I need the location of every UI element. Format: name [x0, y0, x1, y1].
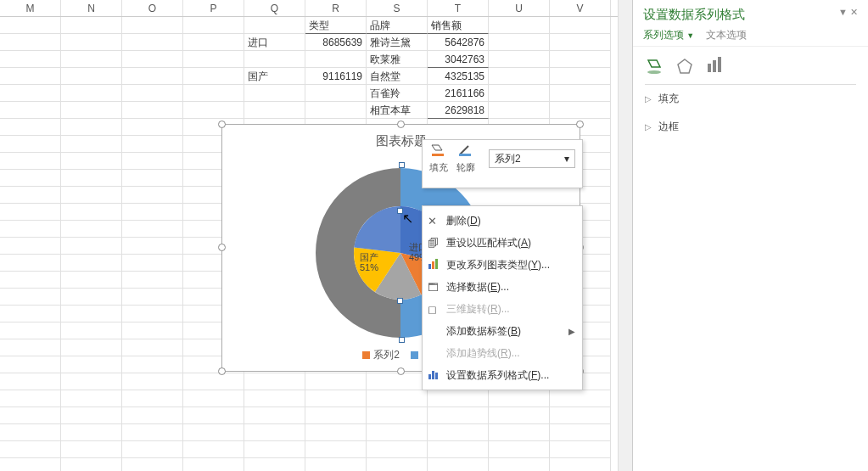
cell[interactable]	[244, 17, 305, 34]
cell[interactable]	[61, 68, 122, 85]
cell[interactable]	[0, 356, 61, 373]
cell[interactable]	[61, 221, 122, 238]
cell[interactable]	[489, 51, 550, 68]
cell[interactable]	[244, 102, 305, 119]
section-fill[interactable]: ▷填充	[633, 85, 868, 113]
cell[interactable]	[183, 34, 244, 51]
cell[interactable]	[0, 390, 61, 407]
col-header[interactable]: M	[0, 0, 61, 16]
cell[interactable]	[0, 458, 61, 471]
cell[interactable]	[305, 102, 367, 119]
cell[interactable]	[550, 102, 611, 119]
cell[interactable]	[367, 424, 428, 441]
cell[interactable]	[122, 339, 183, 356]
cell[interactable]	[61, 306, 122, 322]
cell[interactable]	[0, 221, 61, 238]
cell[interactable]	[122, 119, 183, 136]
cell[interactable]	[61, 255, 122, 272]
data-cell[interactable]: 5642876	[428, 34, 489, 51]
data-cell[interactable]: 类型	[305, 17, 367, 34]
cell[interactable]	[61, 85, 122, 102]
cell[interactable]	[61, 272, 122, 289]
data-cell[interactable]: 2161166	[428, 85, 489, 102]
fill-icon[interactable]	[429, 143, 446, 160]
cell[interactable]	[122, 238, 183, 255]
cell[interactable]	[305, 390, 367, 407]
col-header[interactable]: R	[305, 0, 367, 16]
data-cell[interactable]: 百雀羚	[367, 85, 428, 102]
ctx-select-data[interactable]: 🗔选择数据(E)...	[423, 276, 582, 298]
cell[interactable]	[183, 373, 244, 390]
vertical-scrollbar[interactable]	[618, 0, 632, 471]
cell[interactable]	[122, 102, 183, 119]
cell[interactable]	[550, 85, 611, 102]
cell[interactable]	[61, 34, 122, 51]
cell[interactable]	[183, 85, 244, 102]
cell[interactable]	[61, 204, 122, 221]
cell[interactable]	[0, 51, 61, 68]
cell[interactable]	[0, 119, 61, 136]
cell[interactable]	[183, 441, 244, 458]
resize-handle[interactable]	[218, 244, 226, 251]
ctx-change-type[interactable]: 更改系列图表类型(Y)...	[423, 254, 582, 276]
cell[interactable]	[428, 458, 489, 471]
cell[interactable]	[550, 68, 611, 85]
col-header[interactable]: S	[367, 0, 428, 16]
section-border[interactable]: ▷边框	[633, 113, 868, 141]
cell[interactable]	[61, 339, 122, 356]
ctx-add-labels[interactable]: 添加数据标签(B)▶	[423, 320, 582, 342]
resize-handle[interactable]	[218, 121, 226, 128]
cell[interactable]	[367, 407, 428, 424]
cell[interactable]	[244, 390, 305, 407]
cell[interactable]	[489, 34, 550, 51]
cell[interactable]	[428, 390, 489, 407]
pane-controls[interactable]: ▼ ✕	[838, 7, 858, 23]
cell[interactable]	[550, 17, 611, 34]
fill-line-tab-icon[interactable]	[645, 57, 664, 76]
cell[interactable]	[489, 68, 550, 85]
cell[interactable]	[244, 51, 305, 68]
cell[interactable]	[489, 441, 550, 458]
cell[interactable]	[0, 170, 61, 187]
cell[interactable]	[122, 424, 183, 441]
cell[interactable]	[0, 238, 61, 255]
cell[interactable]	[0, 322, 61, 339]
cell[interactable]	[489, 458, 550, 471]
cell[interactable]	[0, 373, 61, 390]
cell[interactable]	[367, 441, 428, 458]
cell[interactable]	[122, 306, 183, 322]
resize-handle[interactable]	[218, 367, 226, 375]
cell[interactable]	[244, 373, 305, 390]
series-selector[interactable]: 系列2▾	[489, 149, 575, 168]
cell[interactable]	[61, 289, 122, 306]
data-cell[interactable]: 雅诗兰黛	[367, 34, 428, 51]
cell[interactable]	[183, 458, 244, 471]
cell[interactable]	[0, 272, 61, 289]
col-header[interactable]: Q	[244, 0, 305, 16]
cell[interactable]	[0, 34, 61, 51]
cell[interactable]	[489, 407, 550, 424]
cell[interactable]	[61, 322, 122, 339]
cell[interactable]	[428, 441, 489, 458]
cell[interactable]	[122, 17, 183, 34]
ctx-reset-style[interactable]: 🗐重设以匹配样式(A)	[423, 232, 582, 254]
data-cell[interactable]: 销售额	[428, 17, 489, 34]
cell[interactable]	[305, 424, 367, 441]
cell[interactable]	[305, 85, 367, 102]
cell[interactable]	[61, 407, 122, 424]
tab-series-options[interactable]: 系列选项 ▼	[643, 28, 694, 42]
cell[interactable]	[122, 289, 183, 306]
cell[interactable]	[550, 441, 611, 458]
data-cell[interactable]: 3042763	[428, 51, 489, 68]
cell[interactable]	[183, 102, 244, 119]
data-cell[interactable]: 进口	[244, 34, 305, 51]
cell[interactable]	[0, 68, 61, 85]
cell[interactable]	[367, 390, 428, 407]
col-header[interactable]: T	[428, 0, 489, 16]
cell[interactable]	[122, 221, 183, 238]
cell[interactable]	[0, 289, 61, 306]
cell[interactable]	[0, 187, 61, 204]
mini-toolbar[interactable]: 填充 轮廓 系列2▾	[422, 139, 583, 188]
ctx-format-series[interactable]: 设置数据系列格式(F)...	[423, 364, 582, 386]
cell[interactable]	[122, 187, 183, 204]
